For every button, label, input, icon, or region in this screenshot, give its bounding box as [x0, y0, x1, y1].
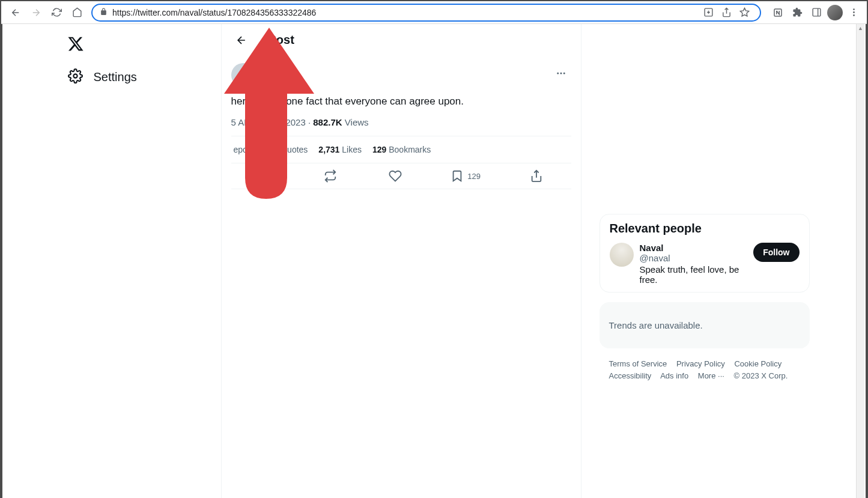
reposts-stat[interactable]: eposts — [234, 145, 258, 154]
quotes-stat[interactable]: 72 Quotes — [269, 145, 308, 154]
share-button[interactable] — [527, 169, 545, 183]
tweet-handle[interactable]: @naval — [260, 73, 546, 84]
x-logo[interactable] — [61, 29, 91, 59]
relevant-people-title: Relevant people — [610, 222, 800, 235]
scroll-up-arrow[interactable]: ▲ — [857, 24, 864, 32]
reply-button[interactable] — [256, 169, 275, 183]
footer-ads[interactable]: Ads info — [660, 371, 688, 380]
bookmark-button[interactable]: 129 — [451, 169, 481, 183]
home-button[interactable] — [67, 3, 86, 22]
share-icon[interactable] — [718, 4, 735, 21]
relevant-user-handle[interactable]: @naval — [640, 253, 748, 263]
forward-button[interactable] — [26, 3, 46, 22]
footer-links: Terms of Service Privacy Policy Cookie P… — [599, 358, 810, 382]
relevant-user-bio: Speak truth, feel love, be free. — [640, 264, 748, 285]
reload-button[interactable] — [47, 3, 66, 22]
tweet-views-count: 882.7K — [313, 117, 342, 127]
svg-marker-1 — [740, 8, 748, 16]
tweet-meta[interactable]: 5 AM · Oct 1, 2023 · 882.7K Views — [231, 117, 571, 127]
browser-menu-button[interactable] — [845, 4, 862, 21]
likes-stat[interactable]: 2,731 Likes — [318, 145, 362, 154]
footer-cookie[interactable]: Cookie Policy — [734, 359, 782, 368]
relevant-user-name[interactable]: Naval — [640, 243, 748, 253]
footer-accessibility[interactable]: Accessibility — [609, 371, 652, 380]
svg-point-6 — [853, 11, 855, 13]
page-title: Post — [269, 33, 294, 47]
tweet-text: here is only one fact that everyone can … — [231, 94, 571, 109]
relevant-user-row: Naval @naval Speak truth, feel love, be … — [610, 243, 800, 285]
main-column: Post Naval @naval here is only on — [221, 24, 581, 498]
sidebar-item-settings[interactable]: Settings — [61, 61, 216, 93]
tweet-date: Oct 1, 2023 — [259, 117, 306, 127]
lock-icon — [100, 7, 108, 18]
svg-point-5 — [853, 8, 855, 10]
notion-extension-icon[interactable] — [769, 4, 786, 21]
back-arrow-button[interactable] — [231, 30, 252, 50]
footer-copyright: © 2023 X Corp. — [734, 371, 788, 380]
bookmark-action-count: 129 — [467, 172, 481, 181]
relevant-people-card: Relevant people Naval @naval Speak truth… — [599, 214, 810, 293]
tweet-views-label: Views — [345, 117, 369, 127]
sidebar-settings-label: Settings — [94, 70, 137, 84]
install-app-icon[interactable] — [700, 4, 717, 21]
trends-card: Trends are unavailable. — [599, 302, 810, 348]
gear-icon — [68, 68, 83, 86]
trends-unavailable-text: Trends are unavailable. — [609, 320, 800, 330]
left-sidebar: Settings — [56, 24, 221, 498]
bookmarks-stat[interactable]: 129 Bookmarks — [372, 145, 431, 154]
footer-more[interactable]: More ··· — [698, 371, 724, 380]
bookmark-star-icon[interactable] — [736, 4, 753, 21]
profile-avatar[interactable] — [827, 5, 843, 20]
tweet-more-button[interactable] — [551, 63, 571, 84]
tweet-time: 5 AM — [231, 117, 252, 127]
retweet-button[interactable] — [321, 169, 339, 183]
svg-point-7 — [853, 14, 855, 16]
svg-point-11 — [563, 73, 565, 74]
footer-privacy[interactable]: Privacy Policy — [676, 359, 725, 368]
relevant-user-avatar[interactable] — [610, 243, 634, 267]
follow-button[interactable]: Follow — [753, 243, 799, 262]
svg-point-9 — [557, 73, 559, 74]
svg-point-8 — [73, 74, 77, 77]
back-button[interactable] — [6, 3, 25, 22]
extensions-icon[interactable] — [789, 4, 806, 21]
like-button[interactable] — [386, 169, 404, 183]
tweet-actions-row: 129 — [231, 163, 571, 189]
right-sidebar: Relevant people Naval @naval Speak truth… — [599, 24, 810, 498]
url-text: https://twitter.com/naval/status/1708284… — [112, 8, 316, 17]
main-header: Post — [222, 24, 581, 56]
svg-point-10 — [560, 73, 562, 74]
footer-terms[interactable]: Terms of Service — [609, 359, 667, 368]
scrollbar[interactable]: ▲ — [856, 24, 864, 498]
tweet-avatar[interactable] — [231, 63, 255, 87]
tweet-stats-row: eposts 72 Quotes 2,731 Likes 129 Bookmar… — [231, 136, 571, 163]
side-panel-icon[interactable] — [808, 4, 825, 21]
browser-toolbar: https://twitter.com/naval/status/1708284… — [1, 1, 867, 24]
tweet-display-name[interactable]: Naval — [260, 63, 546, 73]
svg-rect-3 — [813, 8, 821, 16]
tweet-card: Naval @naval here is only one fact that … — [222, 56, 581, 196]
address-bar[interactable]: https://twitter.com/naval/status/1708284… — [91, 4, 761, 22]
